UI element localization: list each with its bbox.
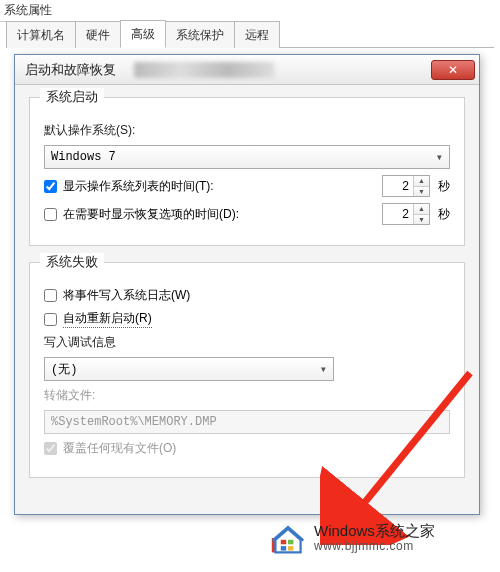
parent-tabs: 计算机名 硬件 高级 系统保护 远程: [6, 18, 494, 48]
debug-info-label: 写入调试信息: [44, 334, 116, 351]
watermark-line2: www.bjjmmc.com: [314, 540, 435, 554]
group-title-startup: 系统启动: [40, 88, 104, 106]
tab-system-protection[interactable]: 系统保护: [165, 21, 235, 48]
logo-icon: [270, 520, 306, 556]
seconds-unit-2: 秒: [438, 206, 450, 223]
tab-remote[interactable]: 远程: [234, 21, 280, 48]
dialog-titlebar: 启动和故障恢复 ✕: [15, 55, 479, 85]
spinner-up-icon[interactable]: ▲: [414, 176, 429, 187]
group-title-failure: 系统失败: [40, 253, 104, 271]
close-icon: ✕: [448, 63, 458, 77]
dump-file-label: 转储文件:: [44, 387, 95, 404]
startup-recovery-dialog: 启动和故障恢复 ✕ 系统启动 默认操作系统(S): Windows 7 显示操作…: [14, 54, 480, 515]
default-os-select[interactable]: Windows 7: [44, 145, 450, 169]
svg-rect-5: [288, 546, 293, 551]
write-event-checkbox[interactable]: [44, 289, 57, 302]
auto-restart-checkbox[interactable]: [44, 313, 57, 326]
overwrite-checkbox: [44, 442, 57, 455]
default-os-label: 默认操作系统(S):: [44, 122, 135, 139]
svg-rect-3: [288, 540, 293, 545]
svg-rect-4: [281, 546, 286, 551]
auto-restart-label: 自动重新启动(R): [63, 310, 152, 328]
group-system-failure: 系统失败 将事件写入系统日志(W) 自动重新启动(R) 写入调试信息 (无) 转…: [29, 262, 465, 478]
show-os-list-seconds-input[interactable]: [383, 176, 413, 196]
dump-file-field: %SystemRoot%\MEMORY.DMP: [44, 410, 450, 434]
show-recovery-checkbox[interactable]: [44, 208, 57, 221]
overwrite-label: 覆盖任何现有文件(O): [63, 440, 176, 457]
svg-rect-2: [281, 540, 286, 545]
tab-hardware[interactable]: 硬件: [75, 21, 121, 48]
write-event-label: 将事件写入系统日志(W): [63, 287, 190, 304]
dialog-title: 启动和故障恢复: [25, 61, 116, 79]
watermark: Windows系统之家 www.bjjmmc.com: [270, 520, 435, 556]
tab-advanced[interactable]: 高级: [120, 20, 166, 48]
show-recovery-seconds-spinner[interactable]: ▲ ▼: [382, 203, 430, 225]
spinner-down-icon[interactable]: ▼: [414, 215, 429, 225]
seconds-unit-1: 秒: [438, 178, 450, 195]
group-system-startup: 系统启动 默认操作系统(S): Windows 7 显示操作系统列表的时间(T)…: [29, 97, 465, 246]
close-button[interactable]: ✕: [431, 60, 475, 80]
spinner-down-icon[interactable]: ▼: [414, 187, 429, 197]
default-os-value: Windows 7: [51, 150, 116, 164]
spinner-up-icon[interactable]: ▲: [414, 204, 429, 215]
dump-file-value: %SystemRoot%\MEMORY.DMP: [51, 415, 217, 429]
show-os-list-label: 显示操作系统列表的时间(T):: [63, 178, 214, 195]
watermark-text: Windows系统之家 www.bjjmmc.com: [314, 522, 435, 553]
dialog-body: 系统启动 默认操作系统(S): Windows 7 显示操作系统列表的时间(T)…: [15, 85, 479, 514]
tab-computer-name[interactable]: 计算机名: [6, 21, 76, 48]
watermark-line1: Windows系统之家: [314, 522, 435, 539]
show-recovery-label: 在需要时显示恢复选项的时间(D):: [63, 206, 239, 223]
show-os-list-seconds-spinner[interactable]: ▲ ▼: [382, 175, 430, 197]
debug-info-select[interactable]: (无): [44, 357, 334, 381]
show-recovery-seconds-input[interactable]: [383, 204, 413, 224]
show-os-list-checkbox[interactable]: [44, 180, 57, 193]
blurred-title-extra: [134, 62, 274, 78]
debug-info-value: (无): [51, 361, 77, 378]
